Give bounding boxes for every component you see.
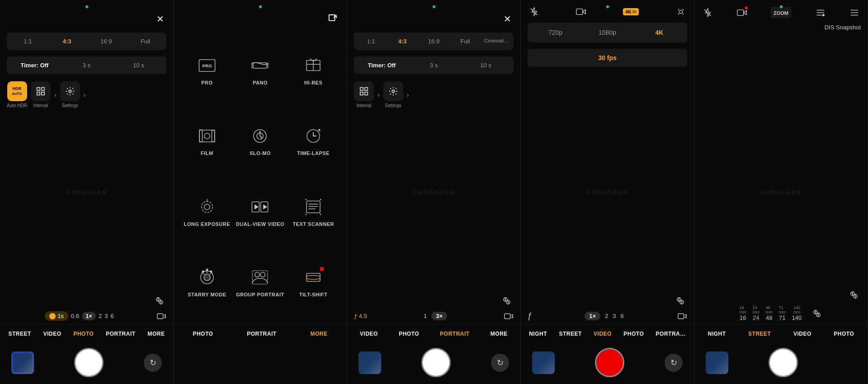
- mode-groupportrait[interactable]: GROUP PORTRAIT: [236, 249, 285, 315]
- tab-night-5[interactable]: NIGHT: [705, 329, 729, 339]
- aspect-4-3-3[interactable]: 4:3: [387, 34, 417, 48]
- mode-longexposure[interactable]: LONG EXPOSURE: [183, 178, 231, 244]
- tab-photo-1[interactable]: PHOTO: [71, 329, 96, 339]
- tab-photo-4[interactable]: PHOTO: [621, 329, 646, 339]
- shutter-button-4[interactable]: [595, 348, 624, 377]
- aspect-full[interactable]: Full: [126, 34, 165, 48]
- aspect-4-3[interactable]: 4:3: [48, 34, 86, 48]
- tab-more-2[interactable]: MORE: [308, 329, 330, 339]
- thumbnail-4[interactable]: [532, 351, 555, 374]
- tab-portrait-4[interactable]: PORTRA…: [653, 329, 689, 339]
- zoom-0.6[interactable]: 0.6: [71, 313, 79, 319]
- focal-24[interactable]: 24mm 24: [753, 305, 760, 321]
- interval-mode-3[interactable]: Interval: [354, 81, 374, 108]
- zoom-3x-3[interactable]: 3×: [431, 312, 447, 320]
- timer-10s[interactable]: 10 s: [113, 58, 165, 72]
- aspect-16-9[interactable]: 16:9: [87, 34, 126, 48]
- filters-icon-3[interactable]: [501, 295, 512, 306]
- settings-button[interactable]: [60, 81, 80, 101]
- tab-more-1[interactable]: MORE: [145, 329, 167, 339]
- menu-icon-5[interactable]: [849, 7, 859, 17]
- res-720p[interactable]: 720p: [529, 24, 581, 41]
- gallery-icon-1[interactable]: [156, 311, 166, 321]
- timer-3s-3[interactable]: 3 s: [408, 58, 460, 72]
- zoom-1-3[interactable]: 1: [424, 313, 427, 319]
- tab-street-1[interactable]: STREET: [5, 329, 33, 339]
- zoom-label-5[interactable]: ZOOM: [771, 7, 791, 18]
- tab-photo-3[interactable]: PHOTO: [396, 329, 422, 339]
- aspect-cinematic-3[interactable]: Cinemati…: [481, 34, 512, 48]
- tab-portrait-1[interactable]: PORTRAIT: [103, 329, 138, 339]
- focal-140[interactable]: 140mm 140: [792, 305, 802, 321]
- aspect-16-9-3[interactable]: 16:9: [419, 34, 449, 48]
- hdr-button[interactable]: HDRAUTO: [7, 81, 27, 101]
- mode-pro[interactable]: PRO PRO: [183, 37, 231, 103]
- close-icon-3[interactable]: ✕: [504, 14, 511, 24]
- filters-icon[interactable]: [154, 295, 165, 306]
- thumbnail-1[interactable]: [11, 351, 34, 374]
- mode-starry[interactable]: STARRY MODE: [183, 249, 231, 315]
- interval-button[interactable]: [31, 81, 51, 101]
- tab-photo-5[interactable]: PHOTO: [831, 329, 857, 339]
- tab-more-3[interactable]: MORE: [488, 329, 510, 339]
- settings-mode-3[interactable]: Settings: [383, 81, 403, 108]
- zoom-2-4[interactable]: 2: [605, 313, 608, 319]
- flip-camera-4[interactable]: ↻: [665, 354, 683, 372]
- tab-portrait-3[interactable]: PORTRAIT: [437, 329, 472, 339]
- focal-16[interactable]: 16mm 16: [740, 305, 746, 321]
- focal-48[interactable]: 48mm 48: [766, 305, 773, 321]
- timer-10s-3[interactable]: 10 s: [460, 58, 512, 72]
- aspect-1-1[interactable]: 1:1: [9, 34, 47, 48]
- aspect-1-1-3[interactable]: 1:1: [356, 34, 386, 48]
- tab-photo-2[interactable]: PHOTO: [190, 329, 216, 339]
- thumbnail-5[interactable]: [706, 351, 728, 374]
- shutter-button-1[interactable]: [74, 348, 104, 377]
- focus-icon-4[interactable]: [676, 7, 686, 17]
- mode-hires[interactable]: HI-RES: [289, 37, 338, 103]
- filters-icon-4[interactable]: [675, 295, 686, 306]
- tab-street-5[interactable]: STREET: [745, 329, 774, 339]
- interval-mode[interactable]: Interval: [31, 81, 51, 108]
- res-1080p[interactable]: 1080p: [581, 24, 633, 41]
- mode-timelapse[interactable]: TIME-LAPSE: [289, 108, 338, 173]
- flash-off-icon-4[interactable]: [529, 7, 539, 17]
- ai-icon-5[interactable]: [816, 7, 826, 17]
- zoom-6-4[interactable]: 6: [621, 313, 624, 319]
- gallery-icon-3[interactable]: [504, 311, 514, 321]
- mode-textscanner[interactable]: TEXT SCANNER: [289, 178, 338, 244]
- zoom-3-4[interactable]: 3: [613, 313, 616, 319]
- mode-tiltshift[interactable]: TILT-SHIFT: [289, 249, 338, 315]
- shutter-button-3[interactable]: [421, 348, 451, 377]
- zoom-6[interactable]: 6: [110, 313, 113, 319]
- hdr-mode[interactable]: HDRAUTO Auto HDR: [7, 81, 27, 108]
- settings-mode[interactable]: Settings: [60, 81, 80, 108]
- close-icon[interactable]: ✕: [156, 14, 164, 24]
- flash-off-icon-5[interactable]: [703, 7, 712, 17]
- timer-3s[interactable]: 3 s: [61, 58, 113, 72]
- tab-video-5[interactable]: VIDEO: [791, 329, 814, 339]
- flip-camera-1[interactable]: ↻: [144, 354, 162, 372]
- timer-off[interactable]: Timer: Off: [9, 58, 61, 72]
- tab-video-4[interactable]: VIDEO: [591, 329, 614, 339]
- aspect-full-3[interactable]: Full: [450, 34, 480, 48]
- mode-dualview[interactable]: DUAL-VIEW VIDEO: [236, 178, 285, 244]
- timer-off-3[interactable]: Timer: Off: [356, 58, 408, 72]
- video-rec-icon-5[interactable]: [737, 7, 747, 17]
- filters-icon-5[interactable]: [849, 289, 859, 300]
- zoom-active-pill-1[interactable]: 1s: [45, 311, 68, 321]
- shutter-button-5[interactable]: [769, 348, 798, 377]
- tab-portrait-2[interactable]: PORTRAIT: [244, 329, 279, 339]
- external-link-icon[interactable]: [328, 14, 338, 23]
- tab-night-4[interactable]: NIGHT: [526, 329, 550, 339]
- focal-71[interactable]: 71mm 71: [779, 305, 786, 321]
- tab-street-4[interactable]: STREET: [556, 329, 584, 339]
- mode-film[interactable]: FILM: [183, 108, 231, 173]
- interval-button-3[interactable]: [354, 81, 374, 101]
- zoom-2[interactable]: 2: [99, 313, 102, 319]
- filters-icon-focal[interactable]: [811, 308, 822, 319]
- zoom-1x-4[interactable]: 1×: [585, 312, 600, 320]
- tab-video-1[interactable]: VIDEO: [41, 329, 64, 339]
- res-4k[interactable]: 4K: [633, 24, 685, 41]
- fps-selector[interactable]: 30 fps: [528, 49, 687, 67]
- mode-pano[interactable]: PANO: [236, 37, 285, 103]
